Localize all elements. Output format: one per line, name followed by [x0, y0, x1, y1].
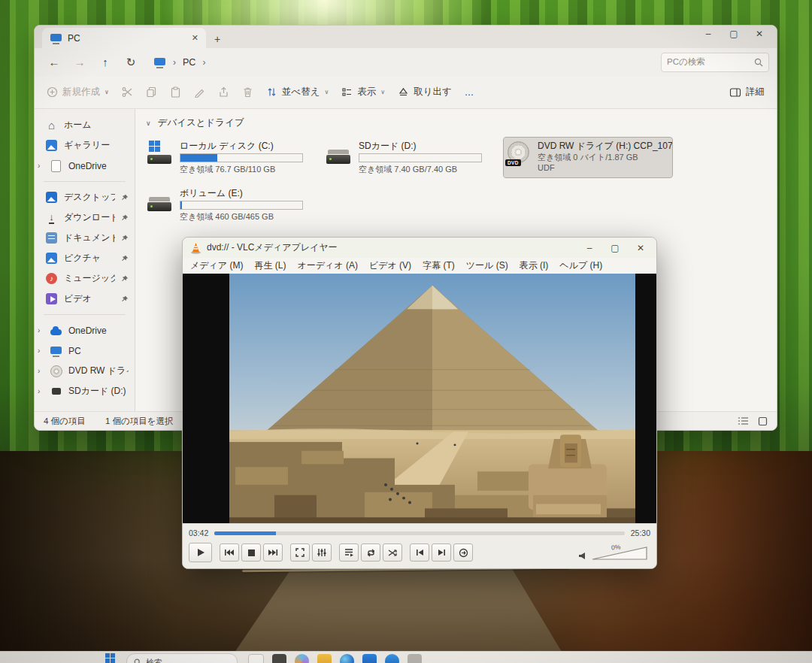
- minimize-button[interactable]: –: [695, 29, 721, 39]
- drive-tile-volume-e[interactable]: ボリューム (E:) 空き領域 460 GB/465 GB: [146, 185, 314, 225]
- sidebar-divider: [44, 314, 126, 315]
- extended-settings-button[interactable]: [312, 543, 332, 562]
- sidebar-item-downloads[interactable]: ↓ ダウンロード: [35, 207, 135, 228]
- paste-button[interactable]: [170, 86, 181, 98]
- sidebar-item-desktop[interactable]: デスクトップ: [35, 187, 135, 207]
- next-button[interactable]: [263, 543, 283, 562]
- sidebar-item-onedrive[interactable]: › OneDrive: [35, 320, 135, 341]
- file-explorer-icon[interactable]: [317, 654, 332, 663]
- breadcrumb-pc[interactable]: PC: [183, 57, 195, 68]
- task-view-icon[interactable]: [272, 654, 286, 663]
- menu-media[interactable]: メディア (M): [190, 259, 243, 272]
- close-button[interactable]: ✕: [747, 29, 772, 39]
- large-icons-view-icon[interactable]: [758, 416, 768, 426]
- copy-button[interactable]: [146, 86, 157, 98]
- vlc-title-bar[interactable]: dvd:// - VLCメディアプレイヤー – ▢ ✕: [183, 238, 656, 258]
- forward-button[interactable]: →: [68, 56, 92, 68]
- menu-tools[interactable]: ツール (S): [466, 259, 508, 272]
- sidebar-item-gallery[interactable]: ギャラリー: [35, 135, 135, 156]
- paste-icon: [170, 86, 181, 98]
- document-icon: [50, 159, 62, 172]
- drive-tile-local-disk-c[interactable]: ローカル ディスク (C:) 空き領域 76.7 GB/110 GB: [146, 138, 314, 177]
- sidebar-item-onedrive-top[interactable]: › OneDrive: [35, 156, 135, 176]
- sidebar-item-dvd-drive[interactable]: › DVD RW ドライブ: [35, 361, 135, 381]
- menu-view[interactable]: 表示 (I): [520, 259, 549, 272]
- menu-audio[interactable]: オーディオ (A): [297, 259, 357, 272]
- playlist-button[interactable]: [339, 543, 359, 562]
- previous-chapter-button[interactable]: [410, 543, 429, 562]
- menu-subtitle[interactable]: 字幕 (T): [423, 259, 455, 272]
- rename-button[interactable]: [194, 86, 205, 98]
- previous-button[interactable]: [220, 543, 239, 562]
- rename-icon: [194, 86, 205, 98]
- stop-button[interactable]: [241, 543, 261, 562]
- sidebar-item-pictures[interactable]: ピクチャ: [35, 248, 135, 268]
- sidebar-item-home[interactable]: ⌂ ホーム: [35, 115, 135, 135]
- copilot-icon[interactable]: [295, 654, 309, 663]
- delete-button[interactable]: [242, 86, 253, 98]
- sidebar-item-documents[interactable]: ドキュメント: [35, 228, 135, 248]
- eject-button[interactable]: 取り出す: [398, 86, 452, 98]
- more-button[interactable]: …: [465, 87, 474, 98]
- new-tab-button[interactable]: +: [206, 33, 229, 48]
- fullscreen-button[interactable]: [290, 543, 310, 562]
- chevron-right-icon[interactable]: ›: [38, 347, 44, 355]
- outlook-icon[interactable]: [385, 654, 399, 663]
- volume-slider[interactable]: 0%: [592, 546, 647, 560]
- chevron-right-icon[interactable]: ›: [38, 326, 44, 335]
- details-button[interactable]: 詳細: [729, 86, 765, 98]
- dvd-disc-icon: DVD: [505, 141, 531, 166]
- edge-icon[interactable]: [340, 654, 354, 663]
- share-button[interactable]: [218, 86, 229, 98]
- sidebar-item-videos[interactable]: ビデオ: [35, 289, 135, 309]
- section-devices-and-drives[interactable]: ∨ デバイスとドライブ: [146, 117, 777, 129]
- tab-close-icon[interactable]: ✕: [192, 33, 198, 43]
- sidebar-item-pc[interactable]: › PC: [35, 341, 135, 361]
- menu-help[interactable]: ヘルプ (H): [559, 259, 602, 272]
- close-button[interactable]: ✕: [628, 243, 653, 253]
- cut-button[interactable]: [122, 86, 133, 98]
- view-button[interactable]: 表示 ∨: [341, 86, 385, 98]
- maximize-button[interactable]: ▢: [602, 243, 628, 253]
- seek-bar[interactable]: [214, 531, 624, 535]
- explorer-tab-pc[interactable]: PC ✕: [42, 28, 206, 48]
- back-button[interactable]: ←: [42, 56, 66, 68]
- minimize-button[interactable]: –: [577, 243, 602, 253]
- up-button[interactable]: ↑: [93, 56, 117, 68]
- view-icon: [341, 86, 353, 98]
- store-icon[interactable]: [362, 654, 377, 663]
- drive-tile-dvd-h[interactable]: DVD DVD RW ドライブ (H:) CCP_107 空き領域 0 バイト/…: [504, 138, 672, 177]
- sort-button[interactable]: 並べ替え ∨: [266, 86, 329, 98]
- taskbar-search[interactable]: 検索: [126, 653, 238, 663]
- maximize-button[interactable]: ▢: [721, 29, 747, 39]
- start-button[interactable]: [105, 653, 116, 663]
- search-icon: [754, 58, 763, 67]
- chevron-right-icon[interactable]: ›: [38, 387, 44, 395]
- sidebar-item-sd-card[interactable]: › SDカード (D:): [35, 381, 135, 401]
- chevron-down-icon[interactable]: ∨: [146, 120, 151, 127]
- next-chapter-icon: [438, 549, 446, 556]
- dvd-menu-button[interactable]: [453, 543, 473, 562]
- chevron-right-icon[interactable]: ›: [38, 162, 44, 170]
- eject-label: 取り出す: [414, 86, 452, 98]
- explorer-tab-bar[interactable]: PC ✕ + – ▢ ✕: [35, 26, 777, 48]
- sidebar-item-music[interactable]: ♪ ミュージック: [35, 268, 135, 289]
- chevron-right-icon[interactable]: ›: [38, 367, 44, 375]
- refresh-button[interactable]: ↻: [119, 56, 143, 69]
- speaker-icon[interactable]: [578, 552, 586, 560]
- menu-video[interactable]: ビデオ (V): [369, 259, 411, 272]
- new-button[interactable]: 新規作成 ∨: [47, 86, 109, 98]
- drive-tile-sd-card-d[interactable]: SDカード (D:) 空き領域 7.40 GB/7.40 GB: [325, 138, 493, 177]
- breadcrumb[interactable]: › PC ›: [153, 56, 205, 68]
- list-view-icon[interactable]: [738, 416, 749, 425]
- shuffle-button[interactable]: [383, 543, 402, 562]
- video-area[interactable]: [183, 274, 656, 523]
- search-input[interactable]: PCの検索: [661, 53, 769, 72]
- play-button[interactable]: [189, 543, 212, 562]
- app-icon-gray[interactable]: [408, 654, 422, 663]
- menu-playback[interactable]: 再生 (L): [254, 259, 286, 272]
- loop-button[interactable]: [361, 543, 380, 562]
- app-icon-pen[interactable]: [248, 654, 264, 663]
- next-chapter-button[interactable]: [432, 543, 451, 562]
- pin-icon: [121, 255, 129, 262]
